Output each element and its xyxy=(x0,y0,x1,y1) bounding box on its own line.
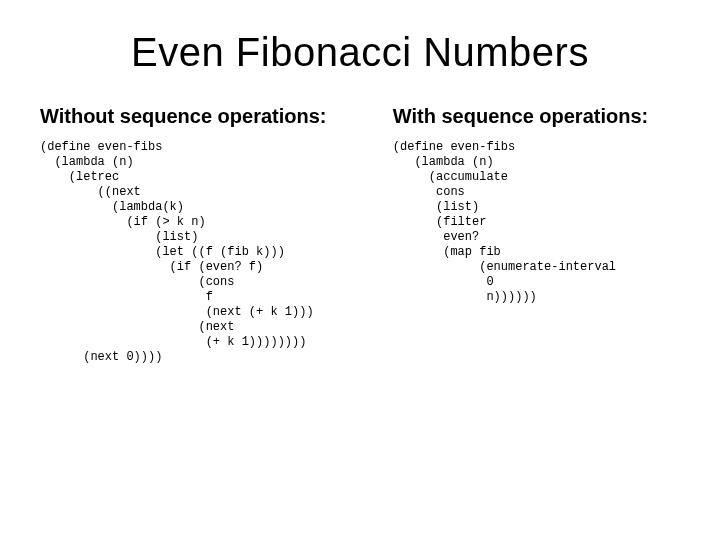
slide: Even Fibonacci Numbers Without sequence … xyxy=(0,0,720,540)
right-subheader: With sequence operations: xyxy=(393,105,700,128)
content-columns: Without sequence operations: (define eve… xyxy=(40,105,680,365)
left-column: Without sequence operations: (define eve… xyxy=(40,105,373,365)
right-column: With sequence operations: (define even-f… xyxy=(393,105,700,365)
left-code-block: (define even-fibs (lambda (n) (letrec ((… xyxy=(40,140,373,365)
left-subheader: Without sequence operations: xyxy=(40,105,373,128)
slide-title: Even Fibonacci Numbers xyxy=(40,30,680,75)
right-code-block: (define even-fibs (lambda (n) (accumulat… xyxy=(393,140,700,305)
